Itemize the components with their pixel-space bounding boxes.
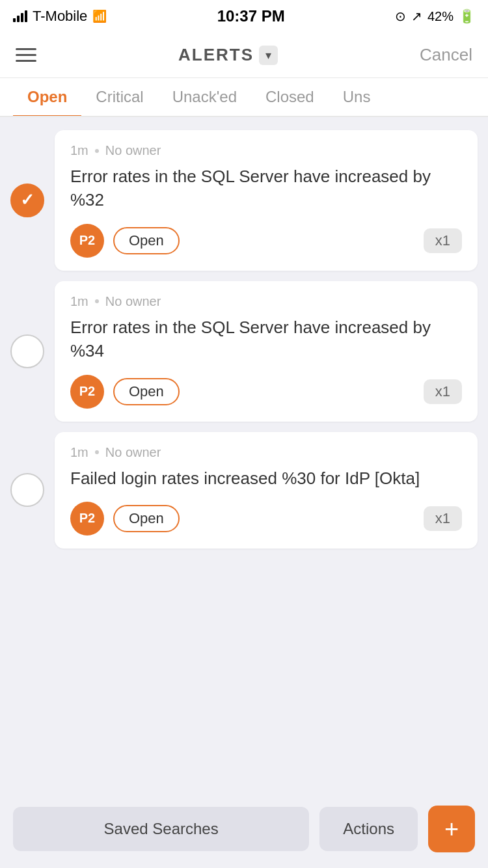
alert-owner-1: No owner <box>105 143 161 158</box>
alert-checkbox-2[interactable] <box>10 334 44 368</box>
wifi-icon: 📶 <box>92 9 107 23</box>
alert-title-2: Error rates in the SQL Server have incre… <box>70 316 462 363</box>
status-bar: T-Mobile 📶 10:37 PM ⊙ ↗ 42% 🔋 <box>0 0 488 33</box>
list-item: ✓ 1m No owner Error rates in the SQL Ser… <box>10 130 478 271</box>
location-icon: ⊙ <box>395 8 406 24</box>
meta-dot-3 <box>95 450 99 454</box>
alert-title-3: Failed login rates increased %30 for IdP… <box>70 467 462 490</box>
tab-closed[interactable]: Closed <box>251 78 329 117</box>
priority-badge-1: P2 <box>70 224 104 258</box>
carrier-label: T-Mobile <box>33 8 87 25</box>
status-pill-2[interactable]: Open <box>113 378 180 405</box>
alert-footer-3: P2 Open x1 <box>70 502 462 536</box>
alert-footer-1: P2 Open x1 <box>70 224 462 258</box>
tab-critical[interactable]: Critical <box>81 78 157 117</box>
list-item: 1m No owner Error rates in the SQL Serve… <box>10 281 478 422</box>
bottom-bar: Saved Searches Actions + <box>0 795 488 868</box>
top-nav: ALERTS ▾ Cancel <box>0 33 488 78</box>
count-badge-3: x1 <box>424 506 462 531</box>
status-right: ⊙ ↗ 42% 🔋 <box>395 8 475 24</box>
alert-card-1[interactable]: 1m No owner Error rates in the SQL Serve… <box>55 130 478 271</box>
cancel-button[interactable]: Cancel <box>420 45 472 65</box>
checkmark-icon: ✓ <box>20 190 34 210</box>
status-left: T-Mobile 📶 <box>13 8 107 25</box>
priority-badge-3: P2 <box>70 502 104 536</box>
meta-dot-2 <box>95 299 99 303</box>
menu-button[interactable] <box>16 48 36 62</box>
count-badge-2: x1 <box>424 379 462 404</box>
alert-owner-3: No owner <box>105 445 161 460</box>
alert-footer-2: P2 Open x1 <box>70 375 462 409</box>
battery-percent: 42% <box>427 9 454 24</box>
alert-card-2[interactable]: 1m No owner Error rates in the SQL Serve… <box>55 281 478 422</box>
tab-bar: Open Critical Unack'ed Closed Uns <box>0 78 488 117</box>
priority-badge-2: P2 <box>70 375 104 409</box>
status-pill-1[interactable]: Open <box>113 227 180 254</box>
status-pill-3[interactable]: Open <box>113 505 180 532</box>
alert-card-3[interactable]: 1m No owner Failed login rates increased… <box>55 432 478 549</box>
alert-list: ✓ 1m No owner Error rates in the SQL Ser… <box>0 117 488 640</box>
count-badge-1: x1 <box>424 228 462 253</box>
alert-title-1: Error rates in the SQL Server have incre… <box>70 165 462 212</box>
add-button[interactable]: + <box>428 806 475 852</box>
page-title: ALERTS <box>178 45 254 65</box>
actions-button[interactable]: Actions <box>319 807 418 851</box>
alert-owner-2: No owner <box>105 294 161 309</box>
meta-dot-1 <box>95 149 99 153</box>
alert-meta-3: 1m No owner <box>70 445 462 460</box>
tab-uns[interactable]: Uns <box>329 78 385 117</box>
list-item: 1m No owner Failed login rates increased… <box>10 432 478 549</box>
clock: 10:37 PM <box>217 7 285 25</box>
alert-time-2: 1m <box>70 294 88 309</box>
alert-checkbox-1[interactable]: ✓ <box>10 183 44 217</box>
nav-dropdown-button[interactable]: ▾ <box>259 46 278 65</box>
tab-unacked[interactable]: Unack'ed <box>158 78 251 117</box>
nav-title-wrap: ALERTS ▾ <box>178 45 278 65</box>
alert-meta-2: 1m No owner <box>70 294 462 309</box>
alert-time-1: 1m <box>70 143 88 158</box>
plus-icon: + <box>444 817 459 841</box>
alert-time-3: 1m <box>70 445 88 460</box>
saved-searches-button[interactable]: Saved Searches <box>13 807 309 851</box>
tab-open[interactable]: Open <box>13 78 81 117</box>
signal-icon <box>13 10 27 22</box>
alert-checkbox-3[interactable] <box>10 473 44 507</box>
navigation-icon: ↗ <box>411 8 422 24</box>
battery-icon: 🔋 <box>459 8 475 24</box>
alert-meta-1: 1m No owner <box>70 143 462 158</box>
